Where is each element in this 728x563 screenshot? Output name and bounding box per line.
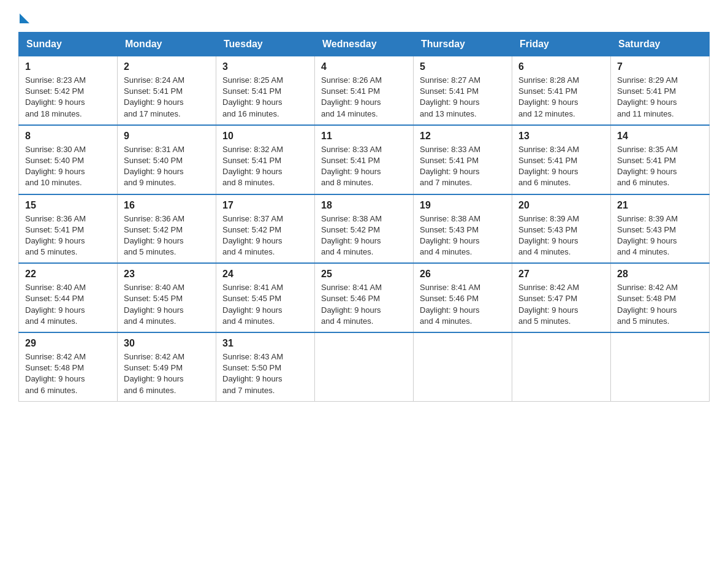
day-number: 10 xyxy=(222,131,308,142)
calendar-cell: 1 Sunrise: 8:23 AMSunset: 5:42 PMDayligh… xyxy=(19,56,118,125)
col-header-saturday: Saturday xyxy=(611,33,710,56)
day-info: Sunrise: 8:41 AMSunset: 5:46 PMDaylight:… xyxy=(321,283,382,326)
calendar-cell: 9 Sunrise: 8:31 AMSunset: 5:40 PMDayligh… xyxy=(118,125,216,194)
day-number: 25 xyxy=(321,269,407,280)
day-number: 30 xyxy=(124,338,210,349)
day-number: 18 xyxy=(321,200,407,211)
day-info: Sunrise: 8:42 AMSunset: 5:47 PMDaylight:… xyxy=(518,283,579,326)
calendar-cell: 3 Sunrise: 8:25 AMSunset: 5:41 PMDayligh… xyxy=(216,56,315,125)
day-number: 9 xyxy=(124,131,210,142)
calendar-cell: 30 Sunrise: 8:42 AMSunset: 5:49 PMDaylig… xyxy=(118,332,216,401)
calendar-cell: 22 Sunrise: 8:40 AMSunset: 5:44 PMDaylig… xyxy=(19,263,118,332)
day-info: Sunrise: 8:40 AMSunset: 5:45 PMDaylight:… xyxy=(124,283,184,326)
day-number: 31 xyxy=(222,338,308,349)
day-number: 17 xyxy=(222,200,308,211)
calendar-cell: 8 Sunrise: 8:30 AMSunset: 5:40 PMDayligh… xyxy=(19,125,118,194)
day-info: Sunrise: 8:23 AMSunset: 5:42 PMDaylight:… xyxy=(25,75,86,118)
calendar-cell: 20 Sunrise: 8:39 AMSunset: 5:43 PMDaylig… xyxy=(512,194,611,264)
day-number: 13 xyxy=(518,131,604,142)
day-info: Sunrise: 8:33 AMSunset: 5:41 PMDaylight:… xyxy=(420,145,480,188)
calendar-cell: 27 Sunrise: 8:42 AMSunset: 5:47 PMDaylig… xyxy=(512,263,611,332)
day-info: Sunrise: 8:43 AMSunset: 5:50 PMDaylight:… xyxy=(222,352,283,395)
day-number: 8 xyxy=(25,131,111,142)
day-number: 7 xyxy=(617,61,703,72)
col-header-wednesday: Wednesday xyxy=(315,33,414,56)
day-number: 23 xyxy=(124,269,210,280)
calendar-cell: 4 Sunrise: 8:26 AMSunset: 5:41 PMDayligh… xyxy=(315,56,414,125)
day-number: 26 xyxy=(420,269,506,280)
calendar-cell: 16 Sunrise: 8:36 AMSunset: 5:42 PMDaylig… xyxy=(118,194,216,264)
day-info: Sunrise: 8:41 AMSunset: 5:45 PMDaylight:… xyxy=(222,283,283,326)
calendar-week-1: 1 Sunrise: 8:23 AMSunset: 5:42 PMDayligh… xyxy=(19,56,710,125)
calendar-cell: 28 Sunrise: 8:42 AMSunset: 5:48 PMDaylig… xyxy=(611,263,710,332)
day-info: Sunrise: 8:42 AMSunset: 5:49 PMDaylight:… xyxy=(124,352,184,395)
day-info: Sunrise: 8:30 AMSunset: 5:40 PMDaylight:… xyxy=(25,145,86,188)
day-info: Sunrise: 8:36 AMSunset: 5:42 PMDaylight:… xyxy=(124,214,184,257)
day-info: Sunrise: 8:40 AMSunset: 5:44 PMDaylight:… xyxy=(25,283,86,326)
day-number: 15 xyxy=(25,200,111,211)
calendar-cell: 11 Sunrise: 8:33 AMSunset: 5:41 PMDaylig… xyxy=(315,125,414,194)
header-row: SundayMondayTuesdayWednesdayThursdayFrid… xyxy=(19,33,710,56)
day-info: Sunrise: 8:36 AMSunset: 5:41 PMDaylight:… xyxy=(25,214,86,257)
calendar-cell xyxy=(512,332,611,401)
day-number: 29 xyxy=(25,338,111,349)
day-info: Sunrise: 8:32 AMSunset: 5:41 PMDaylight:… xyxy=(222,145,283,188)
calendar-cell: 10 Sunrise: 8:32 AMSunset: 5:41 PMDaylig… xyxy=(216,125,315,194)
page-header xyxy=(18,12,710,22)
day-number: 1 xyxy=(25,61,111,72)
calendar-cell: 26 Sunrise: 8:41 AMSunset: 5:46 PMDaylig… xyxy=(414,263,512,332)
calendar-cell: 24 Sunrise: 8:41 AMSunset: 5:45 PMDaylig… xyxy=(216,263,315,332)
calendar-cell: 19 Sunrise: 8:38 AMSunset: 5:43 PMDaylig… xyxy=(414,194,512,264)
calendar-cell: 2 Sunrise: 8:24 AMSunset: 5:41 PMDayligh… xyxy=(118,56,216,125)
day-number: 2 xyxy=(124,61,210,72)
col-header-friday: Friday xyxy=(512,33,611,56)
calendar-cell: 29 Sunrise: 8:42 AMSunset: 5:48 PMDaylig… xyxy=(19,332,118,401)
calendar-cell: 14 Sunrise: 8:35 AMSunset: 5:41 PMDaylig… xyxy=(611,125,710,194)
day-info: Sunrise: 8:42 AMSunset: 5:48 PMDaylight:… xyxy=(617,283,678,326)
calendar-cell: 21 Sunrise: 8:39 AMSunset: 5:43 PMDaylig… xyxy=(611,194,710,264)
col-header-tuesday: Tuesday xyxy=(216,33,315,56)
day-number: 24 xyxy=(222,269,308,280)
calendar-cell xyxy=(315,332,414,401)
calendar-cell: 13 Sunrise: 8:34 AMSunset: 5:41 PMDaylig… xyxy=(512,125,611,194)
day-number: 14 xyxy=(617,131,703,142)
logo xyxy=(18,12,29,22)
calendar-cell: 18 Sunrise: 8:38 AMSunset: 5:42 PMDaylig… xyxy=(315,194,414,264)
day-number: 16 xyxy=(124,200,210,211)
day-number: 6 xyxy=(518,61,604,72)
calendar-week-3: 15 Sunrise: 8:36 AMSunset: 5:41 PMDaylig… xyxy=(19,194,710,264)
day-info: Sunrise: 8:41 AMSunset: 5:46 PMDaylight:… xyxy=(420,283,480,326)
day-number: 12 xyxy=(420,131,506,142)
calendar-cell: 15 Sunrise: 8:36 AMSunset: 5:41 PMDaylig… xyxy=(19,194,118,264)
day-number: 22 xyxy=(25,269,111,280)
day-number: 3 xyxy=(222,61,308,72)
day-info: Sunrise: 8:24 AMSunset: 5:41 PMDaylight:… xyxy=(124,75,184,118)
day-info: Sunrise: 8:37 AMSunset: 5:42 PMDaylight:… xyxy=(222,214,283,257)
day-info: Sunrise: 8:25 AMSunset: 5:41 PMDaylight:… xyxy=(222,75,283,118)
day-number: 20 xyxy=(518,200,604,211)
col-header-monday: Monday xyxy=(118,33,216,56)
day-info: Sunrise: 8:33 AMSunset: 5:41 PMDaylight:… xyxy=(321,145,382,188)
calendar-cell: 31 Sunrise: 8:43 AMSunset: 5:50 PMDaylig… xyxy=(216,332,315,401)
calendar-cell: 5 Sunrise: 8:27 AMSunset: 5:41 PMDayligh… xyxy=(414,56,512,125)
calendar-cell: 7 Sunrise: 8:29 AMSunset: 5:41 PMDayligh… xyxy=(611,56,710,125)
day-number: 4 xyxy=(321,61,407,72)
day-info: Sunrise: 8:27 AMSunset: 5:41 PMDaylight:… xyxy=(420,75,480,118)
day-info: Sunrise: 8:38 AMSunset: 5:43 PMDaylight:… xyxy=(420,214,480,257)
calendar-cell: 23 Sunrise: 8:40 AMSunset: 5:45 PMDaylig… xyxy=(118,263,216,332)
day-number: 27 xyxy=(518,269,604,280)
day-info: Sunrise: 8:29 AMSunset: 5:41 PMDaylight:… xyxy=(617,75,678,118)
col-header-sunday: Sunday xyxy=(19,33,118,56)
day-number: 11 xyxy=(321,131,407,142)
day-number: 21 xyxy=(617,200,703,211)
day-info: Sunrise: 8:39 AMSunset: 5:43 PMDaylight:… xyxy=(617,214,678,257)
day-info: Sunrise: 8:42 AMSunset: 5:48 PMDaylight:… xyxy=(25,352,86,395)
calendar-cell xyxy=(611,332,710,401)
day-info: Sunrise: 8:28 AMSunset: 5:41 PMDaylight:… xyxy=(518,75,579,118)
day-info: Sunrise: 8:34 AMSunset: 5:41 PMDaylight:… xyxy=(518,145,579,188)
calendar-week-2: 8 Sunrise: 8:30 AMSunset: 5:40 PMDayligh… xyxy=(19,125,710,194)
logo-arrow-icon xyxy=(20,13,29,23)
day-info: Sunrise: 8:31 AMSunset: 5:40 PMDaylight:… xyxy=(124,145,184,188)
col-header-thursday: Thursday xyxy=(414,33,512,56)
calendar-week-4: 22 Sunrise: 8:40 AMSunset: 5:44 PMDaylig… xyxy=(19,263,710,332)
